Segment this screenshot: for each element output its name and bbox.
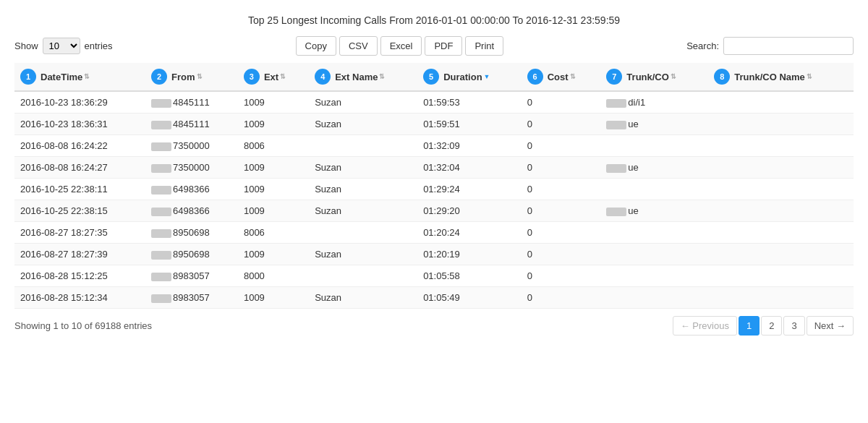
ext-cell: 1009	[238, 287, 309, 309]
datetime-value: 2016-08-08 16:24:22	[20, 140, 108, 151]
ext-name-cell: Suzan	[309, 287, 417, 309]
duration-cell: 01:20:19	[417, 244, 521, 265]
copy-button[interactable]: Copy	[296, 36, 336, 56]
duration-cell: 01:29:24	[417, 179, 521, 200]
col-label-trunk-co: Trunk/CO	[626, 72, 669, 82]
ext-name-value: Suzan	[315, 162, 341, 173]
table-row: 2016-08-27 18:27:358950698800601:20:240	[14, 222, 854, 244]
cost-cell: 0	[522, 244, 601, 265]
entries-select[interactable]: 102550100	[43, 38, 80, 54]
header-row: 1DateTime⇅2From⇅3Ext⇅4Ext Name⇅5Duration…	[14, 63, 854, 91]
from-value: 8950698	[173, 249, 210, 260]
col-number-6: 6	[527, 69, 543, 85]
col-label-ext-name: Ext Name	[335, 72, 378, 82]
ext-value: 1009	[244, 292, 265, 303]
ext-name-cell: Suzan	[309, 200, 417, 222]
trunk-cell: ue	[600, 157, 708, 179]
duration-value: 01:20:19	[423, 249, 460, 260]
duration-value: 01:05:49	[423, 292, 460, 303]
col-number-1: 1	[20, 69, 36, 85]
ext-cell: 1009	[238, 244, 309, 265]
ext-name-cell: Suzan	[309, 179, 417, 200]
ext-cell: 1009	[238, 114, 309, 135]
entries-label: entries	[85, 40, 113, 51]
duration-cell: 01:59:51	[417, 114, 521, 135]
col-header-datetime[interactable]: 1DateTime⇅	[14, 63, 145, 91]
print-button[interactable]: Print	[465, 36, 503, 56]
from-redacted	[151, 121, 171, 129]
col-header-duration[interactable]: 5Duration▼	[417, 63, 521, 91]
ext-cell: 8000	[238, 265, 309, 287]
datetime-cell: 2016-08-27 18:27:39	[14, 244, 145, 265]
page-2-button[interactable]: 2	[761, 316, 782, 336]
from-redacted	[151, 251, 171, 260]
from-cell: 8983057	[145, 287, 238, 309]
from-value: 8950698	[173, 227, 210, 238]
trunk-name-cell	[708, 200, 854, 222]
duration-value: 01:59:53	[423, 97, 460, 108]
from-value: 7350000	[173, 162, 210, 173]
from-value: 8983057	[173, 292, 210, 303]
cost-value: 0	[527, 119, 532, 129]
cost-cell: 0	[522, 265, 601, 287]
cost-cell: 0	[522, 287, 601, 309]
cost-cell: 0	[522, 135, 601, 157]
cost-value: 0	[527, 249, 532, 260]
col-header-trunk-co[interactable]: 7Trunk/CO⇅	[600, 63, 708, 91]
sort-icon-duration: ▼	[484, 74, 490, 80]
col-number-8: 8	[714, 69, 730, 85]
ext-name-cell: Suzan	[309, 114, 417, 135]
sort-icon-cost: ⇅	[570, 74, 576, 80]
cost-value: 0	[527, 97, 532, 108]
ext-name-value: Suzan	[315, 119, 341, 129]
prev-button[interactable]: ← Previous	[673, 316, 737, 336]
from-redacted	[151, 229, 171, 238]
duration-value: 01:32:09	[423, 140, 460, 151]
show-label: Show	[14, 40, 38, 51]
trunk-redacted	[606, 121, 626, 129]
excel-button[interactable]: Excel	[380, 36, 422, 56]
datetime-value: 2016-10-25 22:38:11	[20, 184, 108, 195]
from-cell: 6498366	[145, 200, 238, 222]
trunk-name-cell	[708, 157, 854, 179]
ext-cell: 8006	[238, 222, 309, 244]
duration-cell: 01:32:09	[417, 135, 521, 157]
cost-cell: 0	[522, 179, 601, 200]
duration-value: 01:29:20	[423, 205, 460, 216]
search-input[interactable]	[723, 37, 854, 55]
sort-icon-ext: ⇅	[280, 74, 286, 80]
datetime-cell: 2016-10-23 18:36:31	[14, 114, 145, 135]
datetime-value: 2016-08-27 18:27:39	[20, 249, 108, 260]
next-button[interactable]: Next →	[807, 316, 854, 336]
col-header-from[interactable]: 2From⇅	[145, 63, 238, 91]
col-header-trunk-co-name[interactable]: 8Trunk/CO Name⇅	[708, 63, 854, 91]
col-header-cost[interactable]: 6Cost⇅	[522, 63, 601, 91]
col-header-ext-name[interactable]: 4Ext Name⇅	[309, 63, 417, 91]
trunk-cell: di/i1	[600, 91, 708, 114]
showing-info: Showing 1 to 10 of 69188 entries	[14, 320, 152, 331]
from-value: 8983057	[173, 270, 210, 281]
ext-name-cell: Suzan	[309, 244, 417, 265]
trunk-name-cell	[708, 135, 854, 157]
table-body: 2016-10-23 18:36:2948451111009Suzan01:59…	[14, 91, 854, 309]
ext-value: 1009	[244, 97, 265, 108]
trunk-cell	[600, 265, 708, 287]
page-1-button[interactable]: 1	[739, 316, 760, 336]
csv-button[interactable]: CSV	[339, 36, 378, 56]
toolbar-buttons: CopyCSVExcelPDFPrint	[296, 36, 504, 56]
table-row: 2016-10-23 18:36:3148451111009Suzan01:59…	[14, 114, 854, 135]
cost-cell: 0	[522, 91, 601, 114]
cost-value: 0	[527, 162, 532, 173]
ext-name-value: Suzan	[315, 184, 341, 195]
trunk-redacted	[606, 164, 626, 173]
pdf-button[interactable]: PDF	[425, 36, 462, 56]
datetime-cell: 2016-08-08 16:24:22	[14, 135, 145, 157]
cost-cell: 0	[522, 157, 601, 179]
col-header-ext[interactable]: 3Ext⇅	[238, 63, 309, 91]
trunk-cell	[600, 179, 708, 200]
table-row: 2016-10-25 22:38:1164983661009Suzan01:29…	[14, 179, 854, 200]
trunk-value: di/i1	[628, 97, 645, 108]
trunk-cell: ue	[600, 114, 708, 135]
ext-cell: 1009	[238, 179, 309, 200]
page-3-button[interactable]: 3	[783, 316, 804, 336]
